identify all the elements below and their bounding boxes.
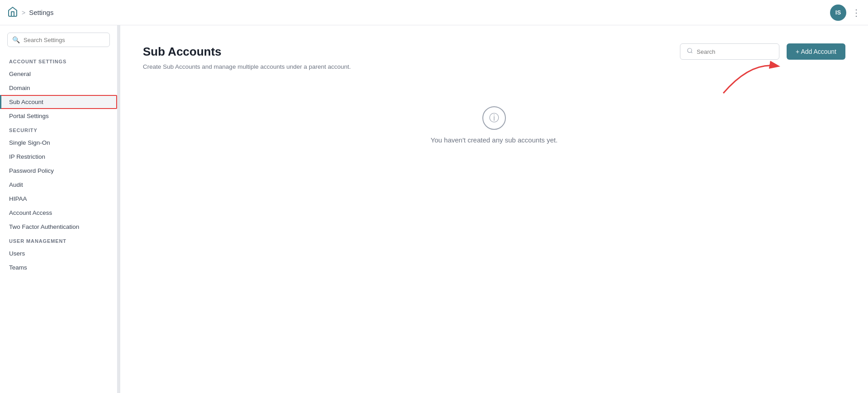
top-nav: > Settings IS ⋮: [0, 0, 868, 25]
breadcrumb-separator: >: [22, 9, 25, 16]
sidebar-item-single-sign-on[interactable]: Single Sign-On: [0, 136, 117, 150]
sidebar-item-portal-settings[interactable]: Portal Settings: [0, 109, 117, 123]
sidebar-search-icon: 🔍: [12, 36, 20, 43]
add-account-button[interactable]: + Add Account: [787, 43, 845, 60]
svg-point-1: [688, 48, 692, 52]
home-icon[interactable]: [7, 6, 18, 19]
top-nav-right: IS ⋮: [830, 5, 861, 21]
section-label-user-management: USER MANAGEMENT: [0, 234, 117, 246]
sidebar-item-domain[interactable]: Domain: [0, 81, 117, 95]
title-area: Sub Accounts: [143, 45, 222, 59]
empty-state: ⓘ You haven't created any sub accounts y…: [143, 106, 845, 144]
sidebar-item-sub-account[interactable]: Sub Account: [0, 95, 117, 109]
main-search-bar[interactable]: [680, 43, 779, 60]
main-search-icon: [687, 47, 693, 56]
more-options-icon[interactable]: ⋮: [852, 7, 861, 18]
page-subtitle: Create Sub Accounts and manage multiple …: [143, 63, 845, 70]
sidebar-item-ip-restriction[interactable]: IP Restriction: [0, 150, 117, 164]
main-search-input[interactable]: [697, 48, 773, 55]
page-header-top: Sub Accounts + Add Account: [143, 43, 845, 60]
avatar: IS: [830, 5, 846, 21]
section-label-account-settings: ACCOUNT SETTINGS: [0, 54, 117, 67]
svg-line-2: [691, 52, 693, 53]
sidebar-item-audit[interactable]: Audit: [0, 178, 117, 192]
sidebar-item-general[interactable]: General: [0, 67, 117, 81]
sidebar-sections: ACCOUNT SETTINGSGeneralDomainSub Account…: [0, 54, 117, 275]
app-layout: 🔍 ACCOUNT SETTINGSGeneralDomainSub Accou…: [0, 25, 868, 393]
sidebar-item-teams[interactable]: Teams: [0, 260, 117, 275]
sidebar: 🔍 ACCOUNT SETTINGSGeneralDomainSub Accou…: [0, 25, 118, 393]
page-title: Sub Accounts: [143, 45, 222, 59]
info-icon: ⓘ: [482, 106, 506, 130]
page-header: Sub Accounts + Add Account Create Sub Ac…: [143, 43, 845, 70]
sidebar-item-password-policy[interactable]: Password Policy: [0, 164, 117, 178]
sidebar-search-container[interactable]: 🔍: [7, 33, 110, 47]
section-label-security: SECURITY: [0, 123, 117, 136]
main-content: Sub Accounts + Add Account Create Sub Ac…: [120, 25, 868, 393]
sidebar-item-users[interactable]: Users: [0, 246, 117, 260]
header-actions: + Add Account: [680, 43, 845, 60]
breadcrumb-title: Settings: [29, 9, 53, 16]
sidebar-item-account-access[interactable]: Account Access: [0, 206, 117, 220]
sidebar-item-two-factor-auth[interactable]: Two Factor Authentication: [0, 220, 117, 234]
sidebar-search-input[interactable]: [24, 37, 105, 43]
empty-state-text: You haven't created any sub accounts yet…: [431, 136, 558, 144]
breadcrumb: > Settings: [7, 6, 53, 19]
sidebar-item-hipaa[interactable]: HIPAA: [0, 192, 117, 206]
